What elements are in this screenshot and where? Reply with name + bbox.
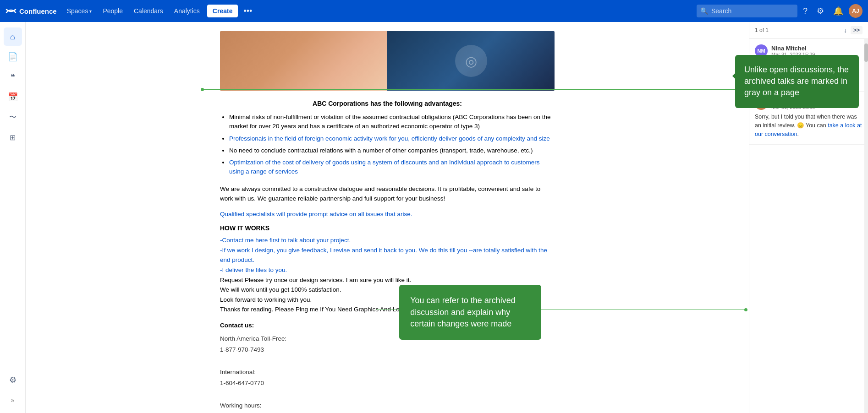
banner-image-left bbox=[220, 31, 387, 91]
nav-analytics[interactable]: Analytics bbox=[170, 5, 204, 17]
left-sidebar: ⌂ 📄 ❝ 📅 〜 ⊞ ⚙ » bbox=[0, 22, 26, 413]
tooltip-archived-discussion: You can refer to the archived discussion… bbox=[399, 285, 541, 340]
help-icon[interactable]: ? bbox=[799, 5, 811, 18]
sidebar-item-analytics[interactable]: 〜 bbox=[4, 108, 22, 126]
logo-text: Confluence bbox=[19, 7, 57, 15]
page-banner: ◎ bbox=[220, 31, 555, 91]
list-item: Minimal risks of non-fulfillment or viol… bbox=[229, 113, 555, 131]
connector-line-top bbox=[202, 89, 740, 90]
sidebar-collapse-button[interactable]: » bbox=[4, 393, 22, 408]
sidebar-settings-icon[interactable]: ⚙ bbox=[4, 371, 22, 389]
search-bar[interactable]: 🔍 bbox=[697, 5, 797, 17]
comment-body-ann: Sorry, but I told you that when there wa… bbox=[755, 113, 863, 138]
list-item: Professionals in the field of foreign ec… bbox=[229, 134, 555, 143]
list-item: Optimization of the cost of delivery of … bbox=[229, 158, 555, 177]
search-input[interactable] bbox=[697, 5, 797, 17]
body-paragraph-1: We are always committed to a constructiv… bbox=[220, 184, 555, 204]
list-item: No need to conclude contractual relation… bbox=[229, 146, 555, 155]
sidebar-item-calendars[interactable]: 📅 bbox=[4, 88, 22, 106]
panel-header-controls: ↓ >> bbox=[842, 26, 863, 35]
more-button[interactable]: ••• bbox=[240, 5, 256, 18]
list-item-link[interactable]: Professionals in the field of foreign ec… bbox=[229, 135, 550, 142]
sidebar-item-templates[interactable]: ⊞ bbox=[4, 128, 22, 147]
settings-icon[interactable]: ⚙ bbox=[813, 4, 828, 18]
panel-pagination: 1 of 1 bbox=[755, 27, 769, 33]
how-it-works-title: HOW IT WORKS bbox=[220, 224, 555, 232]
how-line-2: -If we work I design, you give feedback,… bbox=[220, 245, 555, 265]
nav-spaces[interactable]: Spaces ▾ bbox=[62, 5, 97, 17]
connector-dot-top bbox=[201, 88, 204, 91]
content-body: ABC Corporations has the following advan… bbox=[220, 100, 555, 413]
list-item-link-2[interactable]: Optimization of the cost of delivery of … bbox=[229, 159, 540, 175]
banner-circle-graphic: ◎ bbox=[455, 45, 487, 77]
notifications-icon[interactable]: 🔔 bbox=[830, 4, 847, 18]
section-heading: ABC Corporations has the following advan… bbox=[220, 100, 555, 107]
panel-down-arrow[interactable]: ↓ bbox=[842, 26, 849, 35]
connector-dot-mid bbox=[744, 308, 747, 311]
confluence-logo[interactable]: Confluence bbox=[5, 5, 57, 16]
sidebar-item-home[interactable]: ⌂ bbox=[4, 27, 22, 46]
advantages-list: Minimal risks of non-fulfillment or viol… bbox=[220, 113, 555, 177]
panel-header: 1 of 1 ↓ >> bbox=[749, 22, 868, 39]
nav-people[interactable]: People bbox=[98, 5, 127, 17]
contact-info: North America Toll-Free: 1-877-970-7493 … bbox=[220, 333, 555, 413]
create-button[interactable]: Create bbox=[207, 5, 238, 17]
search-icon: 🔍 bbox=[700, 7, 708, 15]
panel-scroll-thumb[interactable] bbox=[864, 43, 868, 62]
body-paragraph-2: Qualified specialists will provide promp… bbox=[220, 209, 555, 219]
panel-expand-button[interactable]: >> bbox=[851, 26, 863, 34]
banner-image-right: ◎ bbox=[387, 31, 555, 91]
nav-calendars[interactable]: Calendars bbox=[129, 5, 168, 17]
how-line-3: -I deliver the files to you. bbox=[220, 265, 555, 275]
commenter-name-nina: Nina Mitchel bbox=[771, 45, 815, 52]
sidebar-item-spaces[interactable]: ❝ bbox=[4, 68, 22, 86]
top-navigation: Confluence Spaces ▾ People Calendars Ana… bbox=[0, 0, 868, 22]
main-content: ◎ ABC Corporations has the following adv… bbox=[26, 22, 749, 413]
sidebar-item-recent[interactable]: 📄 bbox=[4, 48, 22, 66]
user-avatar[interactable]: AJ bbox=[849, 4, 863, 18]
panel-scrollbar[interactable] bbox=[864, 39, 868, 413]
tooltip-archived-talks: Unlike open discussions, the archived ta… bbox=[735, 55, 859, 108]
how-line-1: -Contact me here first to talk about you… bbox=[220, 235, 555, 245]
how-line-4: Request Please try once our design servi… bbox=[220, 275, 555, 285]
